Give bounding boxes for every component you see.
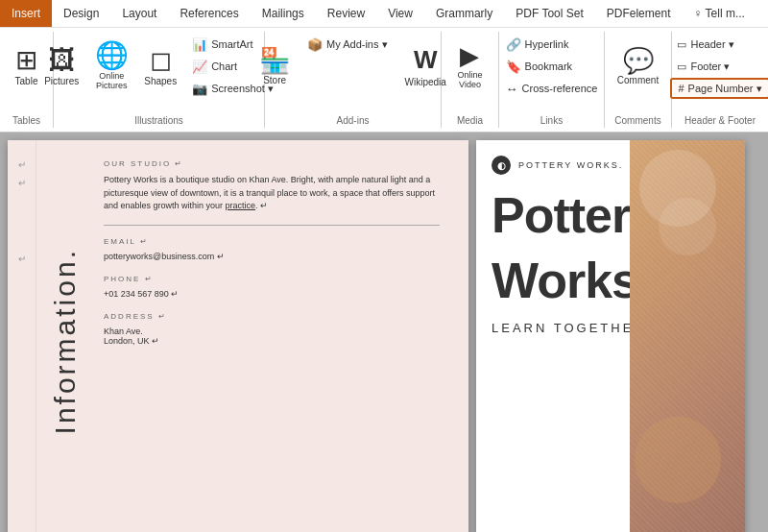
phone-label: PHONE ↵ <box>104 275 440 283</box>
media-group-label: Media <box>442 115 498 126</box>
online-video-button[interactable]: ▶ OnlineVideo <box>450 34 489 99</box>
myaddin-label: My Add-ins ▾ <box>326 38 387 51</box>
address-line1: Khan Ave. <box>104 326 440 336</box>
group-media: ▶ OnlineVideo Media <box>442 32 499 128</box>
headerfooter-group-label: Header & Footer <box>672 115 768 126</box>
store-icon: 🏪 <box>259 48 290 73</box>
group-headerfooter: ▭ Header ▾ ▭ Footer ▾ # Page Number ▾ He… <box>672 32 768 128</box>
wikipedia-label: Wikipedia <box>405 77 446 87</box>
ribbon: Insert Design Layout References Mailings… <box>0 0 768 133</box>
bookmark-button[interactable]: 🔖 Bookmark <box>499 56 605 77</box>
tab-pdfelement[interactable]: PDFelement <box>595 0 683 27</box>
myaddin-button[interactable]: 📦 My Add-ins ▾ <box>300 34 394 55</box>
online-video-label: OnlineVideo <box>457 70 482 89</box>
group-illustrations: 🖼 Pictures 🌐 OnlinePictures ◻ Shapes 📊 <box>54 32 265 128</box>
pottery-image <box>630 140 745 532</box>
illustrations-group-label: Illustrations <box>54 115 264 126</box>
tab-review[interactable]: Review <box>316 0 376 27</box>
header-icon: ▭ <box>677 38 686 51</box>
online-pictures-button[interactable]: 🌐 OnlinePictures <box>87 34 135 99</box>
comment-label: Comment <box>617 75 659 85</box>
header-button[interactable]: ▭ Header ▾ <box>670 34 768 55</box>
tab-pdftoolset[interactable]: PDF Tool Set <box>504 0 594 27</box>
divider-line <box>104 225 440 226</box>
group-links: 🔗 Hyperlink 🔖 Bookmark ↔ Cross-reference… <box>499 32 605 128</box>
page-number-label: Page Number ▾ <box>688 83 762 95</box>
document-area: ↵ ↵ ↵ Information. OUR STUDIO ↵ Pottery … <box>0 133 768 532</box>
email-value: potteryworks@business.com ↵ <box>104 252 440 261</box>
crossref-label: Cross-reference <box>522 83 598 94</box>
tab-view[interactable]: View <box>376 0 424 27</box>
para-mark-3: ↵ <box>18 254 26 264</box>
screenshot-icon: 📷 <box>192 82 207 96</box>
ribbon-content: ⊞ Table Tables 🖼 Pictures 🌐 OnlinePictur… <box>0 27 768 132</box>
online-video-icon: ▶ <box>460 43 479 68</box>
tab-insert[interactable]: Insert <box>0 0 52 27</box>
studio-body-text: Pottery Works is a boutique studio on Kh… <box>104 174 440 213</box>
chart-icon: 📈 <box>192 60 207 74</box>
email-label: EMAIL ↵ <box>104 237 440 246</box>
comments-group-label: Comments <box>605 115 671 126</box>
crossref-button[interactable]: ↔ Cross-reference <box>499 78 605 99</box>
tab-layout[interactable]: Layout <box>110 0 168 27</box>
comment-icon: 💬 <box>623 48 654 73</box>
bookmark-icon: 🔖 <box>506 60 521 74</box>
hyperlink-icon: 🔗 <box>506 37 521 52</box>
page-number-button[interactable]: # Page Number ▾ <box>670 78 768 99</box>
footer-button[interactable]: ▭ Footer ▾ <box>670 56 768 77</box>
pottery-brand: POTTERY WORKS. <box>518 160 623 170</box>
content-area: OUR STUDIO ↵ Pottery Works is a boutique… <box>104 159 440 346</box>
myaddin-icon: 📦 <box>307 37 323 52</box>
pottery-logo: ◐ <box>492 156 511 175</box>
pottery-circle-2 <box>659 198 716 255</box>
store-label: Store <box>263 75 286 85</box>
hyperlink-label: Hyperlink <box>525 38 569 50</box>
practice-link[interactable]: practice <box>226 201 256 210</box>
shapes-label: Shapes <box>144 76 177 86</box>
smartart-label: SmartArt <box>211 38 252 50</box>
bookmark-label: Bookmark <box>525 60 573 72</box>
addins-group-label: Add-ins <box>265 115 441 126</box>
chart-label: Chart <box>211 60 237 72</box>
tab-grammarly[interactable]: Grammarly <box>424 0 504 27</box>
phone-value: +01 234 567 890 ↵ <box>104 289 440 299</box>
page-right: ◐ POTTERY WORKS. Pottery Worksho LEARN T… <box>476 140 745 532</box>
tab-tellme[interactable]: ♀ Tell m... <box>682 0 756 27</box>
our-studio-label: OUR STUDIO ↵ <box>104 159 440 168</box>
smartart-icon: 📊 <box>192 37 207 52</box>
address-line2: London, UK ↵ <box>104 336 440 346</box>
table-label: Table <box>15 76 38 86</box>
shapes-icon: ◻ <box>150 47 172 74</box>
crossref-icon: ↔ <box>506 82 518 96</box>
links-group-label: Links <box>499 115 604 126</box>
shapes-button[interactable]: ◻ Shapes <box>137 34 183 99</box>
para-mark-2: ↵ <box>18 178 26 188</box>
group-comments: 💬 Comment Comments <box>605 32 672 128</box>
online-pictures-label: OnlinePictures <box>96 71 128 90</box>
tab-design[interactable]: Design <box>52 0 110 27</box>
tab-references[interactable]: References <box>168 0 250 27</box>
tab-mailings[interactable]: Mailings <box>251 0 316 27</box>
para-mark-1: ↵ <box>18 159 26 170</box>
pictures-label: Pictures <box>44 76 79 86</box>
logo-inner: ◐ <box>497 160 506 171</box>
store-button[interactable]: 🏪 Store <box>252 34 297 99</box>
ribbon-tab-bar: Insert Design Layout References Mailings… <box>0 0 768 27</box>
footer-label: Footer ▾ <box>690 60 730 73</box>
page-left: ↵ ↵ ↵ Information. OUR STUDIO ↵ Pottery … <box>8 140 468 532</box>
comment-button[interactable]: 💬 Comment <box>611 34 665 99</box>
footer-icon: ▭ <box>677 60 686 73</box>
online-pictures-icon: 🌐 <box>95 42 129 69</box>
page-number-icon: # <box>678 83 684 94</box>
hyperlink-button[interactable]: 🔗 Hyperlink <box>499 34 605 55</box>
pictures-icon: 🖼 <box>48 47 75 74</box>
wikipedia-icon: W <box>414 45 438 75</box>
pottery-circle-3 <box>635 417 721 503</box>
page-left-content: OUR STUDIO ↵ Pottery Works is a boutique… <box>36 140 468 532</box>
pictures-button[interactable]: 🖼 Pictures <box>37 34 85 99</box>
group-addins: 🏪 Store 📦 My Add-ins ▾ W Wikipedia Add-i… <box>265 32 442 128</box>
header-label: Header ▾ <box>690 38 733 51</box>
page-sidebar: ↵ ↵ ↵ <box>8 140 36 532</box>
table-icon: ⊞ <box>15 47 37 74</box>
address-label: ADDRESS ↵ <box>104 312 440 321</box>
